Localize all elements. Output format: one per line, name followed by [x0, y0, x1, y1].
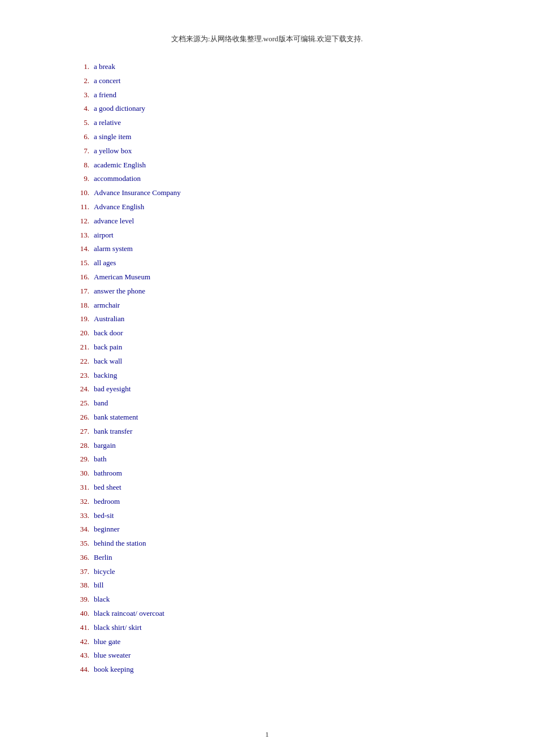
list-item: 24.bad eyesight	[68, 383, 466, 395]
item-text: bargain	[94, 440, 116, 452]
item-text: a relative	[94, 117, 121, 129]
item-text: beginner	[94, 524, 119, 535]
list-item: 3.a friend	[68, 89, 466, 101]
list-item: 32.bedroom	[68, 496, 466, 508]
item-number: 31.	[68, 482, 89, 494]
list-item: 44.book keeping	[68, 664, 466, 676]
item-number: 40.	[68, 608, 89, 620]
header-text: 文档来源为:从网络收集整理.word版本可编辑.欢迎下载支持.	[171, 34, 363, 43]
list-item: 13.airport	[68, 230, 466, 241]
item-text: back door	[94, 327, 123, 339]
item-text: back pain	[94, 342, 122, 353]
item-number: 6.	[68, 131, 89, 143]
list-item: 28.bargain	[68, 440, 466, 452]
item-number: 2.	[68, 75, 89, 87]
item-text: black shirt/ skirt	[94, 622, 142, 634]
list-item: 4.a good dictionary	[68, 103, 466, 115]
list-item: 10.Advance Insurance Company	[68, 187, 466, 199]
item-number: 15.	[68, 257, 89, 269]
list-item: 30.bathroom	[68, 468, 466, 479]
item-text: behind the station	[94, 538, 146, 550]
item-text: black	[94, 594, 110, 606]
item-text: Berlin	[94, 552, 112, 564]
list-item: 17.answer the phone	[68, 286, 466, 297]
item-number: 41.	[68, 622, 89, 634]
item-number: 1.	[68, 61, 89, 73]
page-number: 1	[265, 730, 269, 739]
item-text: back wall	[94, 356, 122, 368]
item-text: a single item	[94, 131, 131, 143]
list-item: 38.bill	[68, 580, 466, 591]
item-number: 24.	[68, 383, 89, 395]
list-item: 5.a relative	[68, 117, 466, 129]
page: 文档来源为:从网络收集整理.word版本可编辑.欢迎下载支持. 1.a brea…	[0, 0, 534, 756]
item-text: alarm system	[94, 243, 133, 255]
item-text: answer the phone	[94, 286, 145, 297]
item-text: a yellow box	[94, 145, 132, 157]
list-item: 31.bed sheet	[68, 482, 466, 494]
list-item: 12.advance level	[68, 215, 466, 227]
list-item: 39.black	[68, 594, 466, 606]
item-text: airport	[94, 230, 114, 241]
item-number: 43.	[68, 650, 89, 662]
list-item: 11.Advance English	[68, 201, 466, 213]
list-item: 34.beginner	[68, 524, 466, 535]
item-number: 20.	[68, 327, 89, 339]
item-number: 28.	[68, 440, 89, 452]
item-text: American Museum	[94, 271, 150, 283]
item-text: academic English	[94, 159, 146, 171]
item-number: 29.	[68, 453, 89, 465]
item-text: Australian	[94, 313, 124, 325]
item-text: bed-sit	[94, 510, 114, 522]
list-item: 14.alarm system	[68, 243, 466, 255]
item-number: 10.	[68, 187, 89, 199]
list-item: 37.bicycle	[68, 566, 466, 578]
item-number: 25.	[68, 398, 89, 409]
item-number: 13.	[68, 230, 89, 241]
item-text: book keeping	[94, 664, 133, 676]
header: 文档来源为:从网络收集整理.word版本可编辑.欢迎下载支持.	[68, 34, 466, 44]
list-item: 7.a yellow box	[68, 145, 466, 157]
item-number: 11.	[68, 201, 89, 213]
item-text: band	[94, 398, 108, 409]
item-number: 3.	[68, 89, 89, 101]
item-number: 18.	[68, 300, 89, 312]
item-number: 42.	[68, 636, 89, 648]
item-number: 7.	[68, 145, 89, 157]
item-number: 12.	[68, 215, 89, 227]
item-number: 17.	[68, 286, 89, 297]
item-text: bad eyesight	[94, 383, 131, 395]
list-item: 2.a concert	[68, 75, 466, 87]
item-number: 14.	[68, 243, 89, 255]
list-item: 26.bank statement	[68, 412, 466, 424]
item-number: 4.	[68, 103, 89, 115]
list-item: 36.Berlin	[68, 552, 466, 564]
item-number: 36.	[68, 552, 89, 564]
item-number: 44.	[68, 664, 89, 676]
list-item: 43.blue sweater	[68, 650, 466, 662]
list-item: 25.band	[68, 398, 466, 409]
item-text: blue gate	[94, 636, 120, 648]
item-number: 30.	[68, 468, 89, 479]
item-text: a good dictionary	[94, 103, 145, 115]
item-text: a friend	[94, 89, 116, 101]
item-number: 35.	[68, 538, 89, 550]
item-number: 34.	[68, 524, 89, 535]
list-container: 1.a break2.a concert3.a friend4.a good d…	[68, 61, 466, 676]
list-item: 9.accommodation	[68, 173, 466, 185]
item-number: 32.	[68, 496, 89, 508]
list-item: 20.back door	[68, 327, 466, 339]
item-text: black raincoat/ overcoat	[94, 608, 164, 620]
item-number: 39.	[68, 594, 89, 606]
item-text: bed sheet	[94, 482, 121, 494]
item-text: backing	[94, 370, 117, 382]
item-text: blue sweater	[94, 650, 131, 662]
item-text: armchair	[94, 300, 120, 312]
item-number: 5.	[68, 117, 89, 129]
item-number: 33.	[68, 510, 89, 522]
list-item: 27.bank transfer	[68, 426, 466, 438]
list-item: 15.all ages	[68, 257, 466, 269]
item-text: accommodation	[94, 173, 141, 185]
list-item: 6.a single item	[68, 131, 466, 143]
item-text: bank transfer	[94, 426, 132, 438]
